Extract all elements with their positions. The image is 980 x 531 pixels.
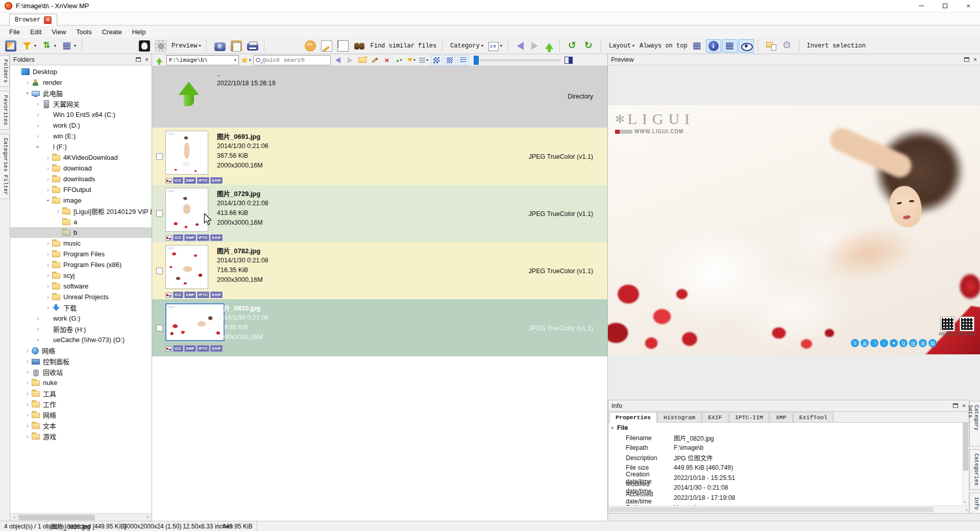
new-folder-button[interactable] [357, 55, 368, 65]
sort-button[interactable]: ▾ [39, 39, 58, 53]
scrollbar-thumb[interactable] [609, 507, 934, 512]
tree-item[interactable]: › 回收站 [10, 367, 152, 377]
category-dropdown[interactable]: Category▾ [448, 39, 485, 53]
thumbnail-size-slider[interactable] [474, 56, 560, 65]
find-similar-files-button[interactable]: Find similar files▾ [368, 39, 438, 53]
menu-help[interactable]: Help [127, 27, 151, 37]
preview-photo[interactable]: ✻LIGUI WWW.LIGUI.COM 丽柜官方微信 丽柜官方网站 S英☽♪♥… [608, 105, 980, 354]
float-panel-icon[interactable] [953, 403, 958, 408]
图片_0782.jpg[interactable]: ICC XMP IPTC EXIF 图片_0782.jpg 2014/1/30 … [152, 242, 607, 299]
nav-back-button[interactable] [333, 55, 343, 65]
tree-item[interactable]: › 网络 [10, 345, 152, 356]
sort-order-dropdown[interactable]: ▴▾ [394, 55, 404, 65]
panel-layout-icon[interactable] [565, 57, 573, 64]
view-grid-button[interactable] [431, 55, 442, 65]
tree-expander-icon[interactable]: › [34, 111, 42, 118]
tree-expander-icon[interactable]: › [34, 336, 42, 343]
tab-browser[interactable]: Browser × [9, 14, 57, 26]
category-sets-dropdown[interactable]: ▾ [486, 39, 504, 53]
mask-button[interactable]: ▾ [137, 39, 152, 53]
minimize-button[interactable] [910, 0, 933, 12]
alpha-button[interactable]: ▾ [153, 39, 168, 53]
tree-item[interactable]: › l (F:) [10, 141, 152, 152]
thumbnail[interactable] [165, 188, 208, 232]
menu-create[interactable]: Create [97, 27, 127, 37]
thumbnails-toggle[interactable]: ▾ [690, 39, 705, 53]
tree-expander-icon[interactable]: › [45, 197, 52, 205]
slider-handle[interactable] [474, 56, 479, 65]
always-on-top-button[interactable]: Always on top▾ [638, 39, 690, 53]
back-button[interactable]: ▾ [514, 39, 527, 53]
tree-expander-icon[interactable]: › [34, 122, 42, 129]
tree-item[interactable]: › Desktop [10, 66, 152, 77]
scrollbar-thumb[interactable] [963, 423, 968, 471]
tree-expander-icon[interactable]: › [34, 133, 42, 139]
edit-metadata-button[interactable]: ▾ [303, 39, 318, 53]
tree-item[interactable]: › 新加卷 (H:) [10, 324, 152, 334]
tree-expander-icon[interactable]: › [44, 304, 52, 311]
tree-item[interactable]: › 控制面板 [10, 356, 152, 367]
tree-item[interactable]: › 文本 [10, 420, 152, 431]
tree-item[interactable]: › win (E:) [10, 131, 152, 141]
side-tab-categories[interactable]: Categories [969, 449, 980, 490]
close-panel-icon[interactable]: × [973, 57, 977, 63]
menu-tools[interactable]: Tools [71, 27, 96, 37]
filter-dropdown[interactable]: ▾ [406, 55, 416, 65]
tree-item[interactable]: › downloads [10, 174, 152, 184]
tree-expander-icon[interactable]: › [44, 165, 52, 172]
menu-file[interactable]: File [4, 27, 25, 37]
thumbnail[interactable] [165, 303, 225, 341]
up-button[interactable]: ▾ [543, 39, 556, 53]
print-button[interactable]: ▾ [245, 39, 260, 53]
tree-item[interactable]: › work (G:) [10, 313, 152, 324]
tree-item[interactable]: › music [10, 238, 152, 249]
folders-horizontal-scrollbar[interactable]: ‹ › [10, 513, 152, 521]
tree-item[interactable]: › work (D:) [10, 120, 152, 131]
tree-expander-icon[interactable]: › [23, 401, 32, 407]
tree-expander-icon[interactable]: › [23, 422, 32, 429]
tree-item[interactable]: › [Ligui]丽柜 20140129 VIP 網絡 [10, 206, 152, 216]
red-channel-button[interactable]: ▾ [88, 39, 103, 53]
info-tab-exiftool[interactable]: ExifTool [793, 412, 834, 422]
combo-dropdown-icon[interactable]: ▾ [234, 58, 236, 62]
maximize-button[interactable] [933, 0, 957, 12]
scrollbar-thumb[interactable] [18, 515, 95, 520]
close-panel-icon[interactable]: × [962, 403, 966, 409]
tree-item[interactable]: › Program Files (x86) [10, 259, 152, 270]
tree-item[interactable]: › Win 10 EntS x64 (C:) [10, 109, 152, 120]
tree-item[interactable]: › 网络 [10, 409, 152, 420]
file-checkbox[interactable] [156, 268, 163, 274]
tree-expander-icon[interactable]: › [23, 433, 32, 440]
convert-button[interactable]: ▾ [270, 39, 285, 53]
tree-expander-icon[interactable]: › [24, 89, 31, 98]
view-details-button[interactable] [457, 55, 469, 65]
thumbnail[interactable] [165, 131, 208, 175]
info-tab-properties[interactable]: Properties [609, 412, 657, 423]
tree-item[interactable]: › 天翼网关 [10, 99, 152, 109]
tree-item[interactable]: › 下载 [10, 302, 152, 313]
batch-rename-button[interactable]: ▾ [319, 39, 334, 53]
menu-view[interactable]: View [46, 27, 71, 37]
图片_0729.jpg[interactable]: ICC XMP IPTC EXIF 图片_0729.jpg 2014/1/30 … [152, 185, 607, 242]
scroll-right-icon[interactable]: › [966, 506, 968, 513]
file-checkbox[interactable] [156, 325, 163, 331]
tree-item[interactable]: › 工具 [10, 388, 152, 399]
tree-item[interactable]: › a [10, 216, 152, 227]
info-tab-iptc-iim[interactable]: IPTC-IIM [729, 412, 769, 422]
tree-expander-icon[interactable]: › [44, 186, 52, 193]
view-thumbnails-button[interactable] [444, 55, 455, 65]
tree-expander-icon[interactable]: › [23, 379, 32, 386]
tree-expander-icon[interactable]: › [34, 101, 42, 107]
tree-expander-icon[interactable]: › [44, 240, 52, 247]
scroll-down-icon[interactable]: › [962, 501, 968, 503]
tree-expander-icon[interactable]: › [23, 412, 32, 418]
parent-directory-row[interactable]: .. 2022/10/18 15:26:19 Directory [152, 66, 607, 128]
tree-panel-toggle[interactable]: ▾ [722, 39, 738, 53]
tree-item[interactable]: › 4KVideoDownload [10, 152, 152, 163]
tree-expander-icon[interactable]: › [54, 208, 62, 214]
side-tab-folders[interactable]: Folders [0, 55, 10, 87]
rotate-left-button[interactable]: ▾ [566, 39, 581, 53]
file-checkbox[interactable] [156, 210, 163, 217]
tree-item[interactable]: › b [10, 227, 152, 238]
preview-dropdown[interactable]: Preview▾ [169, 39, 203, 53]
